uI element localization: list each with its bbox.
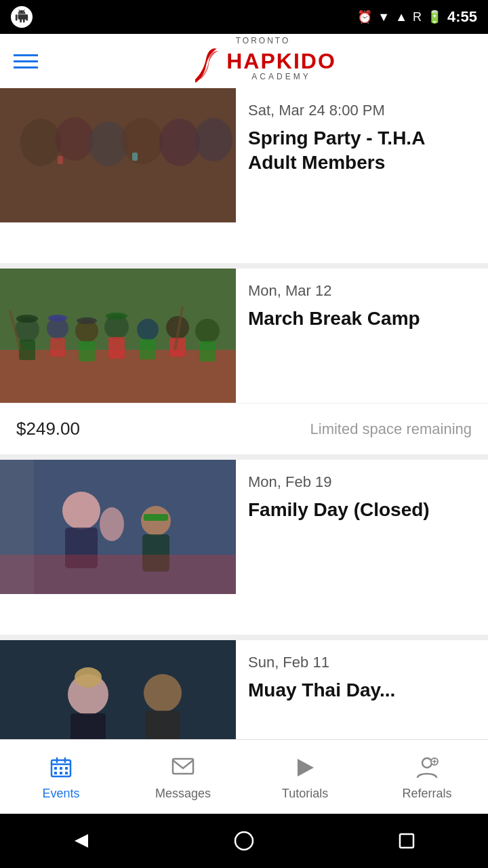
event-card-main: Mon, Mar 12 March Break Camp [0,269,488,403]
alarm-icon: ⏰ [357,9,372,24]
svg-rect-56 [60,772,62,774]
bottom-nav: Events Messages Tutorials [0,739,488,814]
event-spacer [0,222,488,263]
svg-rect-14 [19,340,35,360]
status-bar-right: ⏰ ▼ ▲ R 🔋 4:55 [357,8,477,26]
svg-rect-22 [140,339,156,359]
event-title: Family Day (Closed) [248,498,476,522]
svg-rect-16 [50,338,65,357]
svg-rect-54 [65,767,68,770]
svg-point-28 [48,315,67,321]
hamburger-line-1 [14,54,38,56]
event-date: Sat, Mar 24 8:00 PM [248,102,476,119]
status-bar: ⏰ ▼ ▲ R 🔋 4:55 [0,0,488,34]
event-info: Mon, Feb 19 Family Day (Closed) [236,460,488,594]
svg-point-48 [144,674,182,712]
event-pricing: $249.00 Limited space remaining [0,403,488,454]
nav-item-tutorials[interactable]: Tutorials [244,740,366,814]
nav-label-events: Events [42,787,79,801]
svg-point-62 [422,758,432,768]
battery-icon: 🔋 [427,9,442,24]
svg-rect-60 [173,759,193,774]
event-card[interactable]: Sat, Mar 24 8:00 PM Spring Party - T.H.A… [0,88,488,263]
event-image [0,460,236,594]
tutorials-icon [290,753,320,783]
referrals-icon [412,753,442,783]
svg-rect-10 [0,88,236,222]
logo-top: TORONTO [236,36,291,45]
event-title: Muay Thai Day... [248,678,476,703]
logo-words: HAPKIDO ACADEMY [226,50,336,81]
svg-point-21 [137,319,159,340]
svg-point-25 [195,319,220,343]
svg-rect-46 [70,713,106,739]
hamburger-menu[interactable] [14,54,38,68]
svg-rect-20 [108,337,125,359]
recents-button[interactable] [386,821,427,861]
android-nav-bar [0,814,488,868]
svg-rect-68 [400,834,413,848]
nav-item-referrals[interactable]: Referrals [366,740,488,814]
event-date: Mon, Mar 12 [248,282,476,300]
svg-marker-66 [75,834,88,848]
back-button[interactable] [61,821,102,861]
svg-rect-26 [199,341,216,361]
svg-point-30 [106,313,127,319]
event-title: March Break Camp [248,307,476,331]
svg-rect-57 [65,772,68,774]
event-card-main: Sun, Feb 11 Muay Thai Day... [0,640,488,739]
android-icon [11,6,33,28]
hamburger-line-2 [14,60,38,62]
events-list[interactable]: Sat, Mar 24 8:00 PM Spring Party - T.H.A… [0,88,488,739]
svg-rect-44 [0,640,236,739]
event-card-main: Mon, Feb 19 Family Day (Closed) [0,460,488,594]
svg-rect-40 [144,514,168,521]
logo-bottom: ACADEMY [251,72,310,81]
event-date: Mon, Feb 19 [248,473,476,491]
wifi-icon: ▼ [378,10,390,24]
svg-rect-52 [54,767,57,770]
events-icon [46,753,76,783]
logo-main: HAPKIDO [226,50,336,72]
logo-symbol-icon [190,45,222,86]
event-info: Sun, Feb 11 Muay Thai Day... [236,640,488,739]
svg-rect-53 [60,767,62,770]
signal-r-icon: R [413,10,422,24]
hamburger-line-3 [14,66,38,68]
signal-icon: ▲ [395,10,407,24]
nav-label-tutorials: Tutorials [282,787,328,801]
event-info: Mon, Mar 12 March Break Camp [236,269,488,403]
logo-container: TORONTO HAPKIDO ACADEMY [52,36,474,86]
nav-item-events[interactable]: Events [0,740,122,814]
home-button[interactable] [224,821,264,861]
svg-point-35 [62,492,100,530]
event-date: Sun, Feb 11 [248,654,476,671]
event-card[interactable]: Mon, Feb 19 Family Day (Closed) [0,460,488,635]
nav-item-messages[interactable]: Messages [122,740,244,814]
nav-label-messages: Messages [155,787,211,801]
event-card[interactable]: Sun, Feb 11 Muay Thai Day... [0,640,488,739]
svg-rect-41 [0,555,236,594]
event-info: Sat, Mar 24 8:00 PM Spring Party - T.H.A… [236,88,488,222]
status-bar-left [11,6,33,28]
event-title: Spring Party - T.H.A Adult Members [248,126,476,176]
svg-point-29 [77,317,97,324]
event-availability: Limited space remaining [310,420,472,438]
logo-hapkido-row: HAPKIDO ACADEMY [190,45,336,86]
nav-label-referrals: Referrals [402,787,451,801]
event-card[interactable]: Mon, Mar 12 March Break Camp $249.00 Lim… [0,269,488,454]
event-card-main: Sat, Mar 24 8:00 PM Spring Party - T.H.A… [0,88,488,222]
svg-point-67 [235,832,253,850]
svg-point-27 [16,315,38,323]
status-time: 4:55 [447,8,477,26]
svg-rect-18 [79,341,95,361]
svg-point-37 [100,507,124,541]
app-header: TORONTO HAPKIDO ACADEMY [0,34,488,88]
svg-rect-42 [0,460,34,594]
event-image [0,88,236,222]
event-spacer [0,594,488,635]
event-image [0,640,236,739]
svg-marker-61 [298,759,314,776]
logo: TORONTO HAPKIDO ACADEMY [190,36,336,86]
event-price: $249.00 [16,418,80,439]
